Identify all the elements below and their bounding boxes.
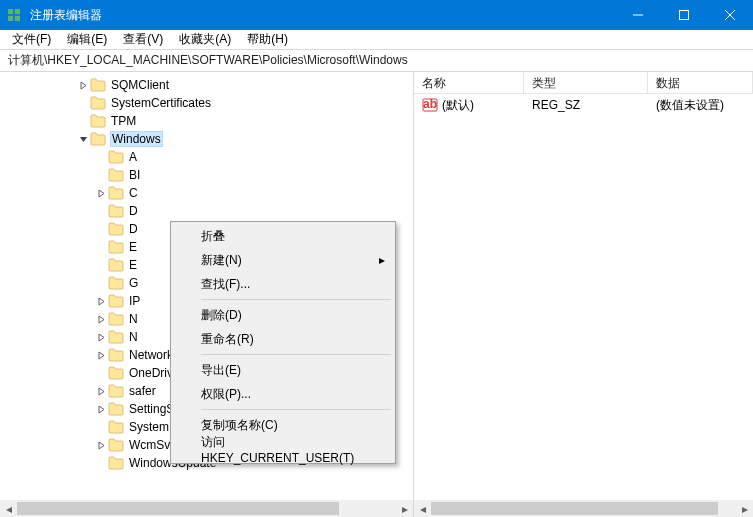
menu-separator (201, 354, 391, 355)
scroll-left-button[interactable]: ◂ (414, 500, 431, 517)
tree-item[interactable]: A (0, 148, 413, 166)
svg-rect-6 (680, 11, 689, 20)
folder-icon (108, 294, 124, 308)
folder-icon (108, 438, 124, 452)
svg-rect-1 (8, 9, 13, 14)
tree-item-label: TPM (110, 114, 137, 128)
expand-toggle-icon[interactable] (94, 387, 108, 396)
tree-item[interactable]: Windows (0, 130, 413, 148)
tree-item-label: G (128, 276, 139, 290)
column-data[interactable]: 数据 (648, 72, 753, 93)
scroll-track[interactable] (431, 500, 736, 517)
folder-icon (108, 330, 124, 344)
folder-icon (108, 456, 124, 470)
tree-horizontal-scrollbar[interactable]: ◂ ▸ (0, 500, 413, 517)
expand-toggle-icon[interactable] (76, 81, 90, 90)
column-name[interactable]: 名称 (414, 72, 524, 93)
window-title: 注册表编辑器 (28, 7, 615, 24)
tree-item-label: D (128, 204, 139, 218)
folder-icon (108, 222, 124, 236)
tree-item-label: N (128, 312, 139, 326)
ctx-rename[interactable]: 重命名(R) (173, 327, 393, 351)
tree-item-label: System (128, 420, 170, 434)
close-button[interactable] (707, 0, 753, 30)
menu-separator (201, 409, 391, 410)
scroll-right-button[interactable]: ▸ (396, 500, 413, 517)
tree-item-label: SQMClient (110, 78, 170, 92)
menu-file[interactable]: 文件(F) (4, 29, 59, 50)
tree-item-label: BI (128, 168, 141, 182)
tree-item[interactable]: SystemCertificates (0, 94, 413, 112)
folder-icon (90, 96, 106, 110)
scroll-left-button[interactable]: ◂ (0, 500, 17, 517)
tree-item-label: safer (128, 384, 157, 398)
tree-item-label: E (128, 258, 138, 272)
ctx-goto-hkcu[interactable]: 访问 HKEY_CURRENT_USER(T) (173, 437, 393, 461)
menu-help[interactable]: 帮助(H) (239, 29, 296, 50)
scroll-right-button[interactable]: ▸ (736, 500, 753, 517)
address-bar[interactable]: 计算机\HKEY_LOCAL_MACHINE\SOFTWARE\Policies… (0, 50, 753, 72)
folder-icon (108, 402, 124, 416)
tree-item-label: D (128, 222, 139, 236)
expand-toggle-icon[interactable] (94, 315, 108, 324)
ctx-permissions[interactable]: 权限(P)... (173, 382, 393, 406)
folder-icon (108, 276, 124, 290)
tree-item-label: E (128, 240, 138, 254)
folder-icon (108, 150, 124, 164)
expand-toggle-icon[interactable] (76, 135, 90, 144)
value-list[interactable]: 名称 类型 数据 ab (默认) REG_SZ (数值未设置) ◂ ▸ (414, 72, 753, 517)
folder-icon (108, 186, 124, 200)
value-data: (数值未设置) (648, 97, 753, 114)
maximize-button[interactable] (661, 0, 707, 30)
menu-favorites[interactable]: 收藏夹(A) (171, 29, 239, 50)
expand-toggle-icon[interactable] (94, 441, 108, 450)
ctx-export[interactable]: 导出(E) (173, 358, 393, 382)
column-type[interactable]: 类型 (524, 72, 648, 93)
tree-item[interactable]: C (0, 184, 413, 202)
menu-bar: 文件(F) 编辑(E) 查看(V) 收藏夹(A) 帮助(H) (0, 30, 753, 50)
list-row[interactable]: ab (默认) REG_SZ (数值未设置) (414, 96, 753, 114)
menu-edit[interactable]: 编辑(E) (59, 29, 115, 50)
tree-item[interactable]: D (0, 202, 413, 220)
list-horizontal-scrollbar[interactable]: ◂ ▸ (414, 500, 753, 517)
tree-item[interactable]: SQMClient (0, 76, 413, 94)
ctx-collapse[interactable]: 折叠 (173, 224, 393, 248)
folder-icon (90, 114, 106, 128)
value-name: (默认) (442, 97, 474, 114)
folder-icon (108, 204, 124, 218)
tree-item-label: Windows (110, 131, 163, 147)
address-text: 计算机\HKEY_LOCAL_MACHINE\SOFTWARE\Policies… (8, 52, 408, 69)
minimize-button[interactable] (615, 0, 661, 30)
list-header: 名称 类型 数据 (414, 72, 753, 94)
submenu-arrow-icon: ▸ (379, 253, 385, 267)
value-type: REG_SZ (524, 98, 648, 112)
folder-icon (108, 258, 124, 272)
menu-separator (201, 299, 391, 300)
expand-toggle-icon[interactable] (94, 405, 108, 414)
expand-toggle-icon[interactable] (94, 189, 108, 198)
scroll-track[interactable] (17, 500, 396, 517)
tree-item-label: C (128, 186, 139, 200)
expand-toggle-icon[interactable] (94, 333, 108, 342)
tree-item-label: IP (128, 294, 141, 308)
ctx-find[interactable]: 查找(F)... (173, 272, 393, 296)
folder-icon (90, 132, 106, 146)
tree-item[interactable]: BI (0, 166, 413, 184)
svg-rect-4 (15, 16, 20, 21)
folder-icon (108, 420, 124, 434)
expand-toggle-icon[interactable] (94, 297, 108, 306)
tree-item[interactable]: TPM (0, 112, 413, 130)
ctx-new[interactable]: 新建(N)▸ (173, 248, 393, 272)
folder-icon (90, 78, 106, 92)
tree-item-label: SystemCertificates (110, 96, 212, 110)
folder-icon (108, 348, 124, 362)
folder-icon (108, 240, 124, 254)
ctx-delete[interactable]: 删除(D) (173, 303, 393, 327)
expand-toggle-icon[interactable] (94, 351, 108, 360)
folder-icon (108, 384, 124, 398)
folder-icon (108, 366, 124, 380)
string-value-icon: ab (422, 97, 438, 113)
tree-item-label: N (128, 330, 139, 344)
menu-view[interactable]: 查看(V) (115, 29, 171, 50)
app-icon (0, 7, 28, 23)
